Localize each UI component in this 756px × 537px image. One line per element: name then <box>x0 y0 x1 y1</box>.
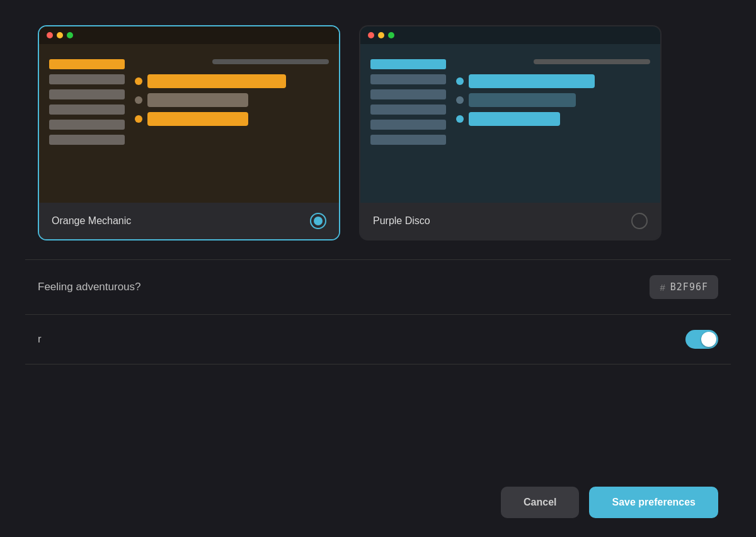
blue-dot-2 <box>456 115 464 123</box>
blue-sidebar-bar-4 <box>370 120 446 130</box>
blue-bar-1 <box>469 74 595 88</box>
color-input-container[interactable]: # B2F96F <box>650 275 718 299</box>
radio-blue[interactable] <box>631 213 648 229</box>
sidebar-bar-5 <box>49 135 125 145</box>
blue-chart-row-3 <box>456 112 650 126</box>
preview-content-orange <box>39 44 339 203</box>
main-orange <box>135 54 329 193</box>
hash-symbol: # <box>660 282 665 293</box>
blue-dot-1 <box>456 77 464 85</box>
theme-card-orange-mechanic[interactable]: Orange Mechanic <box>38 25 340 240</box>
titlebar-orange <box>39 26 339 44</box>
feeling-adventurous-label: Feeling adventurous? <box>38 281 141 293</box>
footer-orange: Orange Mechanic <box>39 203 339 239</box>
bar-chart-3 <box>147 112 248 126</box>
blue-chart-row-1 <box>456 74 650 88</box>
dot-green <box>67 32 73 38</box>
color-hex-value: B2F96F <box>670 281 708 293</box>
blue-sidebar-bar-5 <box>370 135 446 145</box>
save-preferences-button[interactable]: Save preferences <box>589 487 718 518</box>
toggle-switch[interactable] <box>685 330 718 349</box>
dot-yellow <box>57 32 63 38</box>
toggle-section: r <box>0 315 756 364</box>
radio-inner-orange <box>314 217 323 225</box>
blue-chart-row-2 <box>456 93 650 107</box>
theme-name-orange: Orange Mechanic <box>52 215 131 227</box>
theme-preview-orange <box>39 26 339 203</box>
theme-preview-blue <box>360 26 660 203</box>
sidebar-orange <box>49 54 125 193</box>
title-bar-orange <box>212 59 329 64</box>
toggle-label: r <box>38 333 42 346</box>
blue-sidebar-bar-2 <box>370 89 446 99</box>
theme-name-blue: Purple Disco <box>373 215 430 227</box>
cancel-button[interactable]: Cancel <box>501 487 579 518</box>
bar-chart-1 <box>147 74 286 88</box>
dot-chart-3 <box>135 115 142 123</box>
dot-yellow-2 <box>378 32 384 38</box>
titlebar-blue <box>360 26 660 44</box>
sidebar-bar-2 <box>49 89 125 99</box>
footer-blue: Purple Disco <box>360 203 660 239</box>
radio-orange[interactable] <box>310 213 326 229</box>
blue-sidebar-bar-highlight <box>370 59 446 69</box>
bar-chart-2 <box>147 93 248 107</box>
toggle-knob <box>701 332 716 347</box>
chart-row-3 <box>135 112 329 126</box>
preview-content-blue <box>360 44 660 203</box>
themes-section: Orange Mechanic <box>0 0 756 259</box>
blue-sidebar-bar-3 <box>370 105 446 115</box>
blue-bar-2 <box>469 112 560 126</box>
main-blue <box>456 54 650 193</box>
title-bar-blue <box>534 59 650 64</box>
theme-card-purple-disco[interactable]: Purple Disco <box>359 25 662 240</box>
sidebar-bar-1 <box>49 74 125 84</box>
sidebar-blue <box>370 54 446 193</box>
sidebar-bar-highlight <box>49 59 125 69</box>
chart-row-2 <box>135 93 329 107</box>
dot-chart-1 <box>135 77 142 85</box>
dot-chart-2 <box>135 96 142 104</box>
sidebar-bar-4 <box>49 120 125 130</box>
dot-green-2 <box>388 32 394 38</box>
custom-color-section: Feeling adventurous? # B2F96F <box>0 260 756 314</box>
dot-red-2 <box>368 32 374 38</box>
blue-gray-dot <box>456 96 464 104</box>
chart-row-1 <box>135 74 329 88</box>
sidebar-bar-3 <box>49 105 125 115</box>
bottom-actions: Cancel Save preferences <box>0 365 756 537</box>
blue-gray-bar <box>469 93 576 107</box>
dot-red <box>47 32 53 38</box>
blue-sidebar-bar-1 <box>370 74 446 84</box>
page-container: Orange Mechanic <box>0 0 756 537</box>
